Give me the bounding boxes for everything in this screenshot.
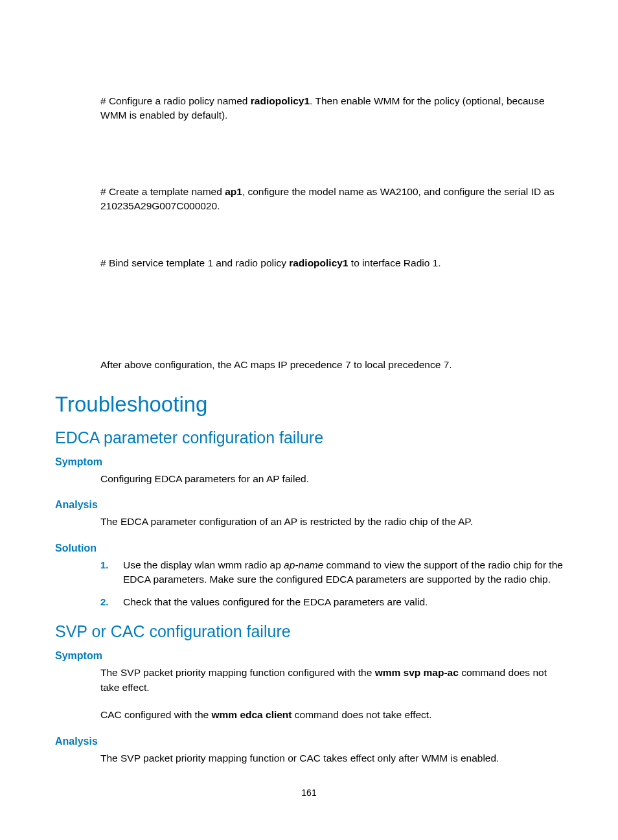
- italic-text: ap-name: [281, 559, 323, 570]
- heading-svp-cac-failure: SVP or CAC configuration failure: [55, 622, 563, 641]
- paragraph: Configuring EDCA parameters for an AP fa…: [55, 472, 563, 486]
- bold-text: wmm edca client: [211, 709, 292, 720]
- heading-edca-failure: EDCA parameter configuration failure: [55, 428, 563, 447]
- solution-list: Use the display wlan wmm radio ap ap-nam…: [55, 558, 563, 609]
- paragraph: The EDCA parameter configuration of an A…: [55, 515, 563, 529]
- paragraph: CAC configured with the wmm edca client …: [55, 708, 563, 722]
- bold-text: radiopolicy1: [289, 257, 348, 268]
- spacer: [55, 227, 563, 256]
- heading-troubleshooting: Troubleshooting: [55, 392, 563, 417]
- text: CAC configured with the: [100, 709, 211, 720]
- bold-text: ap1: [225, 186, 242, 197]
- paragraph: # Bind service template 1 and radio poli…: [55, 256, 563, 270]
- spacer: [55, 136, 563, 185]
- text: to interface Radio 1.: [349, 257, 441, 268]
- bold-text: display wlan wmm radio ap: [161, 559, 281, 570]
- heading-symptom: Symptom: [55, 456, 563, 468]
- text: # Create a template named: [100, 186, 225, 197]
- heading-solution: Solution: [55, 542, 563, 554]
- heading-symptom: Symptom: [55, 650, 563, 662]
- text: command does not take effect.: [292, 709, 432, 720]
- heading-analysis: Analysis: [55, 499, 563, 511]
- paragraph: # Configure a radio policy named radiopo…: [55, 94, 563, 123]
- paragraph: The SVP packet priority mapping function…: [55, 751, 563, 765]
- text: # Bind service template 1 and radio poli…: [100, 257, 289, 268]
- text: The SVP packet priority mapping function…: [100, 667, 375, 678]
- text: # Configure a radio policy named: [100, 95, 251, 106]
- text: Use the: [123, 559, 161, 570]
- spacer: [55, 283, 563, 358]
- bold-text: wmm svp map-ac: [375, 667, 459, 678]
- page-number: 161: [0, 788, 618, 798]
- paragraph: After above configuration, the AC maps I…: [55, 358, 563, 372]
- paragraph: # Create a template named ap1, configure…: [55, 185, 563, 214]
- paragraph: The SVP packet priority mapping function…: [55, 666, 563, 695]
- bold-text: radiopolicy1: [251, 95, 310, 106]
- list-item: Check that the values configured for the…: [100, 595, 563, 609]
- heading-analysis: Analysis: [55, 736, 563, 747]
- list-item: Use the display wlan wmm radio ap ap-nam…: [100, 558, 563, 587]
- document-page: # Configure a radio policy named radiopo…: [0, 0, 618, 840]
